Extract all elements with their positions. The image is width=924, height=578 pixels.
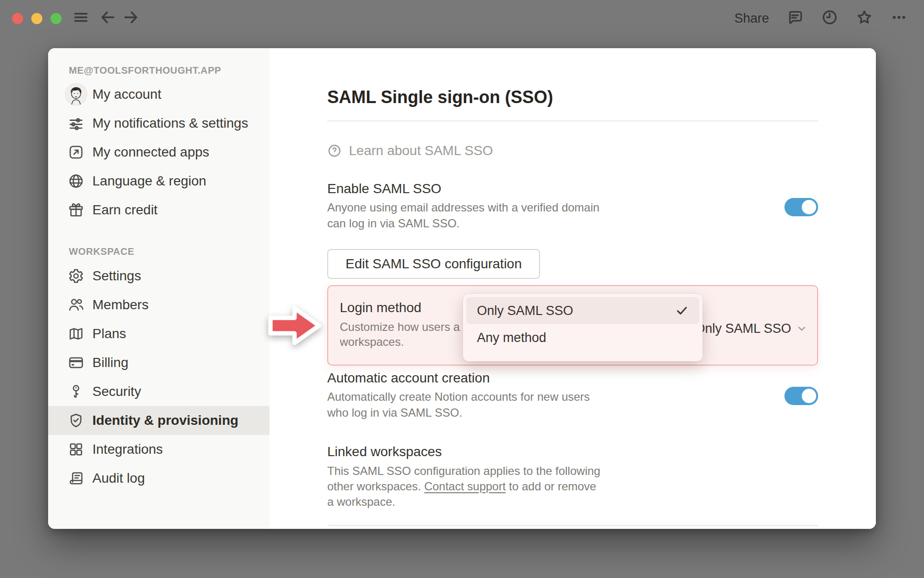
sidebar-item-audit-log[interactable]: Audit log (48, 464, 270, 493)
sidebar-item-integrations[interactable]: Integrations (48, 435, 270, 464)
settings-modal: ME@TOOLSFORTHOUGHT.APP My account My not… (48, 48, 876, 529)
login-method-selected-value: Only SAML SSO (695, 321, 791, 336)
enable-saml-toggle[interactable] (784, 198, 818, 216)
close-window-button[interactable] (12, 13, 23, 24)
help-circle-icon (327, 144, 342, 158)
chevron-down-icon (796, 323, 808, 334)
enable-saml-heading: Enable SAML SSO (327, 180, 600, 197)
forward-button[interactable] (122, 10, 140, 27)
settings-sidebar: ME@TOOLSFORTHOUGHT.APP My account My not… (48, 48, 270, 529)
login-method-select[interactable]: Only SAML SSO (695, 318, 808, 339)
sidebar-item-label: Identity & provisioning (92, 413, 238, 428)
settings-content-panel: SAML Single sign-on (SSO) Learn about SA… (270, 48, 876, 529)
forward-arrow-icon (122, 9, 140, 28)
learn-link-label: Learn about SAML SSO (349, 143, 493, 158)
enable-saml-description-line2: can log in via SAML SSO. (327, 215, 600, 231)
members-icon (67, 296, 85, 314)
sidebar-item-identity-provisioning[interactable]: Identity & provisioning (48, 406, 270, 435)
sidebar-item-label: Integrations (92, 442, 163, 457)
ellipsis-icon (891, 9, 907, 27)
map-icon (67, 325, 85, 342)
gear-icon (67, 267, 85, 285)
toggle-knob (802, 389, 816, 403)
linked-workspaces-heading: Linked workspaces (327, 443, 818, 460)
workspace-section-heading: WORKSPACE (69, 246, 270, 257)
account-email-label: ME@TOOLSFORTHOUGHT.APP (69, 65, 270, 76)
sidebar-item-my-account[interactable]: My account (48, 80, 270, 109)
zoom-window-button[interactable] (51, 13, 62, 24)
sidebar-item-label: Security (92, 384, 141, 399)
dropdown-option-any-method[interactable]: Any method (466, 324, 699, 351)
sidebar-item-earn-credit[interactable]: Earn credit (48, 196, 270, 224)
window-title-bar: Share (0, 0, 924, 48)
bottom-divider (327, 525, 818, 526)
contact-support-link[interactable]: Contact support (424, 480, 505, 493)
enable-saml-sso-row: Enable SAML SSO Anyone using email addre… (327, 180, 818, 231)
option-label: Only SAML SSO (477, 303, 573, 318)
sidebar-item-label: Plans (92, 326, 126, 342)
sidebar-item-members[interactable]: Members (48, 290, 270, 319)
globe-icon (67, 172, 85, 190)
scroll-icon (67, 470, 85, 487)
edit-saml-configuration-button[interactable]: Edit SAML SSO configuration (327, 249, 540, 279)
linked-description-line2-pre: other workspaces. (327, 480, 424, 493)
back-arrow-icon (99, 9, 116, 28)
page-title: SAML Single sign-on (SSO) (327, 87, 818, 108)
favorite-button[interactable] (856, 10, 873, 27)
auto-account-description-line1: Automatically create Notion accounts for… (327, 389, 590, 405)
sidebar-item-label: Settings (92, 268, 141, 284)
auto-account-heading: Automatic account creation (327, 369, 590, 387)
option-label: Any method (477, 330, 546, 345)
desktop-backdrop: Share (0, 0, 924, 578)
linked-workspaces-section: Linked workspaces This SAML SSO configur… (327, 443, 818, 510)
history-button[interactable] (821, 10, 838, 27)
comment-icon (787, 9, 803, 27)
star-icon (856, 9, 873, 27)
sidebar-item-label: Audit log (92, 471, 145, 486)
sidebar-item-security[interactable]: Security (48, 377, 270, 406)
annotation-arrow-icon (267, 303, 323, 350)
traffic-lights (12, 13, 62, 24)
sidebar-item-label: Members (92, 297, 149, 313)
sidebar-item-connected-apps[interactable]: My connected apps (48, 138, 270, 167)
clock-icon (821, 9, 838, 27)
credit-card-icon (67, 354, 85, 371)
automatic-account-creation-row: Automatic account creation Automatically… (327, 369, 818, 420)
toggle-knob (802, 200, 816, 214)
minimize-window-button[interactable] (31, 13, 42, 24)
linked-description-line3: a workspace. (327, 494, 818, 510)
back-button[interactable] (99, 10, 116, 27)
shield-check-icon (67, 412, 85, 429)
dropdown-option-only-saml-sso[interactable]: Only SAML SSO (466, 297, 699, 324)
grid-icon (67, 441, 85, 458)
sidebar-item-label: Language & region (92, 173, 206, 189)
sidebar-item-label: Billing (92, 355, 128, 370)
sidebar-item-settings[interactable]: Settings (48, 262, 270, 290)
sliders-icon (67, 115, 85, 132)
auto-account-description-line2: who log in via SAML SSO. (327, 405, 590, 420)
learn-about-saml-link[interactable]: Learn about SAML SSO (327, 142, 818, 160)
gift-icon (67, 201, 85, 219)
login-method-highlight-box: Login method Customize how users a works… (327, 285, 818, 366)
more-options-button[interactable] (890, 10, 908, 27)
sidebar-item-label: My connected apps (92, 144, 209, 160)
sidebar-item-notifications-settings[interactable]: My notifications & settings (48, 109, 270, 138)
login-method-dropdown-menu: Only SAML SSO Any method (463, 294, 703, 361)
linked-description-line2-post: to add or remove (506, 480, 596, 493)
sidebar-item-label: My account (92, 87, 161, 102)
linked-description-line1: This SAML SSO configuration applies to t… (327, 463, 818, 479)
sidebar-item-plans[interactable]: Plans (48, 319, 270, 348)
key-icon (67, 383, 85, 400)
sidebar-item-label: My notifications & settings (92, 116, 248, 131)
comments-button[interactable] (786, 10, 804, 27)
sidebar-item-billing[interactable]: Billing (48, 348, 270, 377)
auto-account-toggle[interactable] (784, 387, 818, 405)
sidebar-item-language-region[interactable]: Language & region (48, 167, 270, 196)
checkmark-icon (675, 304, 689, 317)
sidebar-menu-button[interactable] (72, 10, 90, 27)
share-button[interactable]: Share (734, 11, 769, 26)
sidebar-item-label: Earn credit (92, 202, 157, 218)
external-link-icon (67, 144, 85, 161)
hamburger-icon (72, 9, 90, 28)
enable-saml-description-line1: Anyone using email addresses with a veri… (327, 199, 600, 215)
